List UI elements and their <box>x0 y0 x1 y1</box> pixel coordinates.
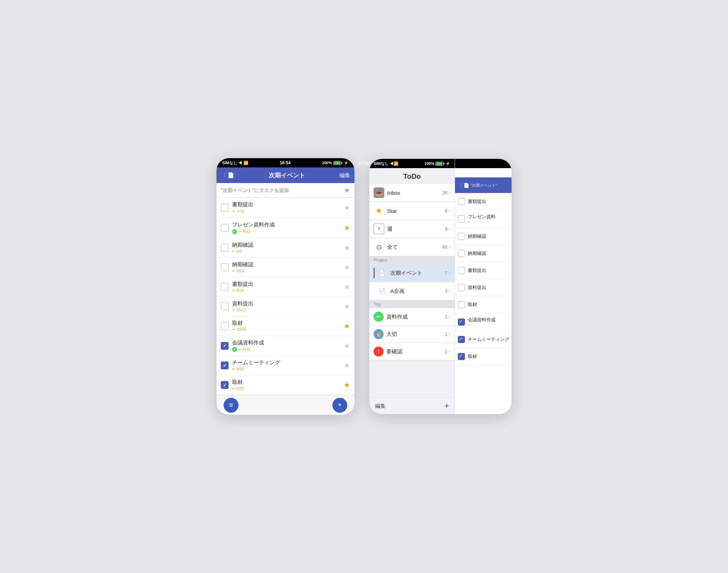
back-chevron-left: 〈 <box>221 172 226 179</box>
sidebar-item-inbox[interactable]: 📥Inbox36› <box>369 184 455 202</box>
project-list: 📄次期イベント7›📄A企画3› <box>369 264 455 300</box>
task-content: 書類提出✏ 9/26 <box>232 281 342 293</box>
detail-checkbox[interactable] <box>458 301 465 308</box>
task-item[interactable]: 納期確認✏ 9/6★ <box>216 238 354 258</box>
task-star-icon[interactable]: ★ <box>344 381 350 389</box>
detail-task-item[interactable]: 資料提出 <box>455 279 512 296</box>
task-item[interactable]: 取材✏ 8/23★ <box>216 375 354 395</box>
task-date: ✏ 8/23 <box>232 386 244 391</box>
task-checkbox[interactable] <box>221 263 229 271</box>
sidebar-item-week[interactable]: 7週9› <box>369 220 455 238</box>
task-meta: ✏ 9/26 <box>232 288 342 293</box>
sidebar-tag-shiryo[interactable]: ✏資料作成1› <box>369 308 455 326</box>
task-title: 納期確認 <box>232 242 342 248</box>
sidebar-add-button[interactable]: + <box>444 401 449 411</box>
detail-checkbox[interactable] <box>458 198 465 205</box>
detail-task-item[interactable]: チームミーティング <box>455 331 512 348</box>
edit-button-left[interactable]: 編集 <box>339 172 350 179</box>
task-item[interactable]: 取材✏ 10/30★ <box>216 316 354 336</box>
task-star-icon[interactable]: ★ <box>344 302 350 311</box>
detail-task-item[interactable]: プレゼン資料✏ <box>455 210 512 228</box>
active-bar <box>374 268 375 278</box>
add-fab-button[interactable]: + <box>332 398 347 413</box>
right-phone: SIMなし ◀ 📶 17:00 100% ⚡ ToDo 📥Inbox36›★St… <box>369 159 512 414</box>
sidebar-item-all[interactable]: ⊙全て46› <box>369 238 455 256</box>
task-checkbox[interactable] <box>221 342 229 350</box>
menu-fab-button[interactable]: ≡ <box>224 398 239 413</box>
detail-title-partial: "次期イベント" <box>471 183 497 188</box>
task-star-icon[interactable]: ★ <box>344 203 350 212</box>
smart-list-section: 📥Inbox36›★Star8›7週9›⊙全て46› <box>369 184 455 256</box>
detail-task-title: チームミーティング <box>468 336 509 343</box>
sidebar-tag-taisetsu[interactable]: ✋大切1› <box>369 326 455 343</box>
task-checkbox[interactable] <box>221 381 229 389</box>
sim-label-sidebar: SIMなし ◀ <box>374 161 394 166</box>
task-checkbox[interactable] <box>221 283 229 291</box>
task-list-left: 書類提出✏ 今日★プレゼン資料作成✏✏ 明日★納期確認✏ 9/6★納期確認✏ 9… <box>216 198 354 395</box>
task-star-icon[interactable]: ★ <box>344 322 350 330</box>
tag-count-taisetsu: 1 <box>445 331 448 337</box>
left-phone: SIMなし ◀ 📶 16:54 100% ⚡ 〈 📄 次期イベント 編集 ★ 書… <box>216 158 355 415</box>
task-content: 資料提出✏ 10/11 <box>232 300 342 312</box>
detail-status-bar <box>455 159 512 168</box>
sidebar-project-akikaku[interactable]: 📄A企画3› <box>369 282 455 300</box>
detail-checkbox[interactable] <box>458 250 465 257</box>
task-star-icon[interactable]: ★ <box>344 283 350 291</box>
task-content: 納期確認✏ 9/18 <box>232 261 342 273</box>
back-button-left[interactable]: 〈 📄 <box>221 172 234 179</box>
task-title: 取材 <box>232 379 342 386</box>
detail-checkbox[interactable] <box>458 267 465 274</box>
task-item[interactable]: 資料提出✏ 10/11★ <box>216 297 354 316</box>
task-checkbox[interactable] <box>221 302 229 310</box>
detail-checkbox[interactable] <box>458 318 465 326</box>
task-checkbox[interactable] <box>221 224 229 232</box>
task-item[interactable]: 書類提出✏ 9/26★ <box>216 277 354 297</box>
task-star-icon[interactable]: ★ <box>344 243 350 252</box>
task-star-icon[interactable]: ★ <box>344 224 350 232</box>
task-item[interactable]: 会議資料作成✏✏ 8/15★ <box>216 336 354 356</box>
detail-checkbox[interactable] <box>458 215 465 223</box>
sim-label: SIMなし ◀ <box>222 160 242 166</box>
task-star-icon[interactable]: ★ <box>344 342 350 350</box>
detail-task-item[interactable]: 取材 <box>455 296 512 313</box>
task-content: プレゼン資料作成✏✏ 明日 <box>232 221 342 234</box>
sidebar-title: ToDo <box>369 168 455 184</box>
detail-back-icon: 📄 <box>464 183 469 188</box>
task-item[interactable]: 書類提出✏ 今日★ <box>216 198 354 218</box>
task-checkbox[interactable] <box>221 322 229 330</box>
nav-title-left: 次期イベント <box>269 171 305 180</box>
detail-back-button[interactable]: 〈 📄 <box>458 182 469 188</box>
detail-task-item[interactable]: 納期確認 <box>455 228 512 245</box>
detail-task-list: 書類提出プレゼン資料✏納期確認納期確認書類提出資料提出取材会議資料作成✏チームミ… <box>455 193 512 414</box>
sidebar-tag-kakunin[interactable]: !要確認1› <box>369 343 455 360</box>
add-task-input[interactable] <box>221 187 344 193</box>
sidebar-edit-button[interactable]: 編集 <box>375 403 386 409</box>
task-star-icon[interactable]: ★ <box>344 263 350 272</box>
detail-task-item[interactable]: 書類提出 <box>455 193 512 210</box>
task-date: ✏ 9/26 <box>232 288 244 293</box>
detail-checkbox[interactable] <box>458 284 465 291</box>
detail-task-item[interactable]: 会議資料作成✏ <box>455 313 512 331</box>
task-date: ✏ 9/18 <box>232 269 244 273</box>
sidebar-project-jiki[interactable]: 📄次期イベント7› <box>369 264 455 282</box>
detail-task-item[interactable]: 書類提出 <box>455 262 512 279</box>
task-checkbox[interactable] <box>221 244 229 252</box>
task-checkbox[interactable] <box>221 362 229 369</box>
detail-checkbox[interactable] <box>458 233 465 240</box>
detail-task-item[interactable]: 取材 <box>455 348 512 365</box>
task-star-icon[interactable]: ★ <box>344 361 350 370</box>
task-checkbox[interactable] <box>221 204 229 211</box>
task-item[interactable]: 納期確認✏ 9/18★ <box>216 258 354 277</box>
sidebar-item-star[interactable]: ★Star8› <box>369 202 455 220</box>
detail-task-item[interactable]: 納期確認 <box>455 245 512 262</box>
task-item[interactable]: チームミーティング✏ 8/20★ <box>216 356 354 375</box>
task-date: ✏ 8/15 <box>239 347 250 352</box>
tag-list: ✏資料作成1›✋大切1›!要確認1› <box>369 308 455 360</box>
detail-checkbox[interactable] <box>458 336 465 343</box>
add-star-icon[interactable]: ★ <box>344 186 350 194</box>
status-bar-left: SIMなし ◀ 📶 16:54 100% ⚡ <box>216 158 354 167</box>
task-item[interactable]: プレゼン資料作成✏✏ 明日★ <box>216 218 354 238</box>
detail-checkbox[interactable] <box>458 353 465 360</box>
status-bar-sidebar: SIMなし ◀ 📶 17:00 100% ⚡ <box>369 159 455 168</box>
task-date: ✏ 9/6 <box>232 249 242 254</box>
